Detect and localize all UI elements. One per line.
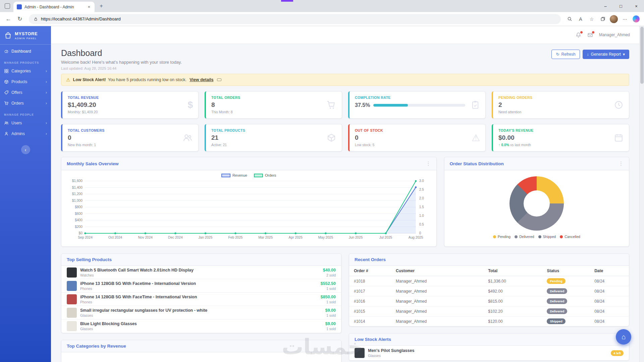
tab-close-icon[interactable]: × [87, 4, 91, 9]
product-list-item[interactable]: iPhone 13 128GB 5G With Facetime - Inter… [61, 279, 341, 293]
legend-item-delivered[interactable]: Delivered [515, 235, 534, 239]
product-name: Men's Pilot Sunglasses [368, 348, 607, 353]
sidebar-item-offers[interactable]: Offers › [0, 87, 51, 98]
topbar-username[interactable]: Manager_Ahmed [599, 33, 630, 37]
legend-item-cancelled[interactable]: Cancelled [560, 235, 580, 239]
clock-icon [614, 100, 624, 110]
order-row: #1018Manager_Ahmed$1,336.00 Pending 08/2… [349, 276, 629, 286]
stat-value: 0 [355, 134, 480, 141]
legend-item-shipped[interactable]: Shipped [538, 235, 556, 239]
order-row: #1017Manager_Ahmed$492.00 Delivered 08/2… [349, 286, 629, 296]
stat-value: $1,409.20 [68, 101, 193, 109]
read-aloud-icon[interactable]: A [576, 14, 585, 24]
brand-name: MYSTORE [15, 31, 38, 36]
profile-avatar[interactable] [609, 14, 619, 24]
column-header[interactable]: Customer [391, 266, 483, 276]
alert-text: You have 5 products running low on stock… [108, 77, 186, 82]
product-name: iPhone 14 128GB 5G With FaceTime - Inter… [80, 295, 317, 299]
product-list-item[interactable]: iPhone 14 128GB 5G With FaceTime - Inter… [61, 293, 341, 306]
store-bag-icon [4, 32, 12, 40]
sidebar-collapse-button[interactable]: ‹ [21, 145, 30, 154]
product-category: Glasses [80, 327, 322, 331]
address-bar[interactable]: https://localhost:44367/Admin/Dashboard [29, 14, 561, 24]
messages-envelope-icon[interactable] [587, 32, 593, 38]
column-header[interactable]: Date [590, 266, 629, 276]
low-stock-item[interactable]: Men's Pilot SunglassesGlasses 4 left [349, 346, 629, 360]
notifications-bell-icon[interactable] [576, 32, 581, 38]
page-scrollbar[interactable] [639, 26, 644, 362]
sidebar-item-users[interactable]: Users › [0, 118, 51, 128]
product-thumbnail [67, 321, 77, 331]
new-tab-button[interactable]: + [97, 1, 106, 11]
more-menu-icon[interactable]: ⋯ [620, 14, 630, 24]
search-icon[interactable] [565, 14, 574, 24]
refresh-button[interactable]: ↻Refresh [551, 50, 580, 59]
close-button[interactable]: × [629, 0, 644, 12]
product-list-item[interactable]: Watch 5 Bluetooth Call Smart Watch 2.01i… [61, 266, 341, 279]
svg-text:May 2025: May 2025 [318, 236, 333, 239]
notification-badge [580, 31, 583, 34]
product-sold: 1 sold [321, 287, 336, 291]
legend-item-revenue[interactable]: Revenue [221, 173, 247, 177]
collections-icon[interactable] [598, 14, 607, 24]
brand[interactable]: MYSTORE ADMIN PANEL [0, 26, 51, 44]
stat-sub: Need attention [498, 110, 624, 114]
sidebar-item-products[interactable]: Products › [0, 76, 51, 87]
chevron-right-icon: › [46, 101, 47, 106]
kebab-menu-icon[interactable]: ⋮ [426, 161, 431, 167]
low-stock-alert-banner: ⚠ Low Stock Alert! You have 5 products r… [61, 74, 629, 86]
stat-sub: Active: 21 [211, 143, 336, 147]
column-header[interactable]: Status [542, 266, 590, 276]
stat-card-todays-revenue: TODAY'S REVENUE $0.00 ↑ 0.0% vs last mon… [492, 124, 629, 152]
svg-text:Jun 2025: Jun 2025 [349, 236, 363, 239]
scroll-home-fab[interactable]: ⌂ [616, 329, 631, 345]
generate-report-button[interactable]: ↓Generate Report▾ [583, 50, 629, 59]
stats-row-2: TOTAL CUSTOMERS 0 New this month: 1 TOTA… [61, 124, 629, 152]
stat-value: 8 [211, 101, 336, 109]
clipboard-check-icon [471, 100, 480, 110]
speedometer-icon [4, 49, 9, 54]
refresh-icon: ↻ [556, 52, 559, 57]
minimize-button[interactable]: – [598, 0, 613, 12]
tab-actions-icon[interactable] [5, 3, 10, 9]
legend-item-pending[interactable]: Pending [493, 235, 511, 239]
back-button[interactable]: ← [3, 14, 13, 24]
svg-text:$1,000: $1,000 [72, 199, 83, 202]
product-list-item[interactable]: Small irregular rectangular sunglasses f… [61, 306, 341, 319]
svg-text:$1,400: $1,400 [72, 186, 83, 189]
sidebar-item-orders[interactable]: Orders › [0, 98, 51, 109]
stat-label: COMPLETION RATE [355, 96, 480, 100]
column-header[interactable]: Order # [349, 266, 391, 276]
tab-title: Admin - Dashboard - Admin [24, 5, 84, 9]
copilot-icon[interactable] [631, 14, 641, 24]
sidebar-item-admins[interactable]: Admins › [0, 128, 51, 139]
browser-tab[interactable]: Admin - Dashboard - Admin × [13, 2, 95, 12]
product-list-item[interactable]: Blue Light Blocking GlassesGlasses $9.00… [61, 319, 341, 333]
sidebar-item-dashboard[interactable]: Dashboard [0, 46, 51, 57]
legend-dot [493, 235, 496, 238]
window-controls: – □ × [598, 0, 644, 12]
svg-text:Nov 2024: Nov 2024 [138, 236, 153, 239]
product-category: Watches [80, 273, 320, 277]
stat-card-pending-orders: PENDING ORDERS 2 Need attention [492, 91, 629, 119]
maximize-button[interactable]: □ [613, 0, 629, 12]
kebab-menu-icon[interactable]: ⋮ [619, 161, 624, 167]
caret-down-icon: ▾ [623, 52, 625, 57]
scrollbar-thumb[interactable] [640, 27, 644, 84]
view-details-link[interactable]: View details [190, 77, 213, 82]
product-sold: 2 sold [323, 273, 336, 277]
warning-icon: ⚠ [66, 77, 70, 82]
sidebar-item-label: Products [11, 79, 27, 84]
column-header[interactable]: Total [483, 266, 542, 276]
chart-legend: Revenue Orders [65, 172, 432, 178]
stat-value: $0.00 [498, 134, 624, 141]
box-icon [326, 133, 336, 143]
sidebar-item-categories[interactable]: Categories › [0, 66, 51, 76]
tag-icon [4, 90, 9, 95]
product-name: Small irregular rectangular sunglasses f… [80, 308, 322, 313]
reload-button[interactable]: ↻ [15, 14, 25, 24]
svg-text:Oct 2024: Oct 2024 [108, 236, 122, 239]
favorite-star-icon[interactable]: ☆ [587, 14, 596, 24]
sidebar-divider [0, 44, 51, 45]
legend-item-orders[interactable]: Orders [254, 173, 276, 177]
